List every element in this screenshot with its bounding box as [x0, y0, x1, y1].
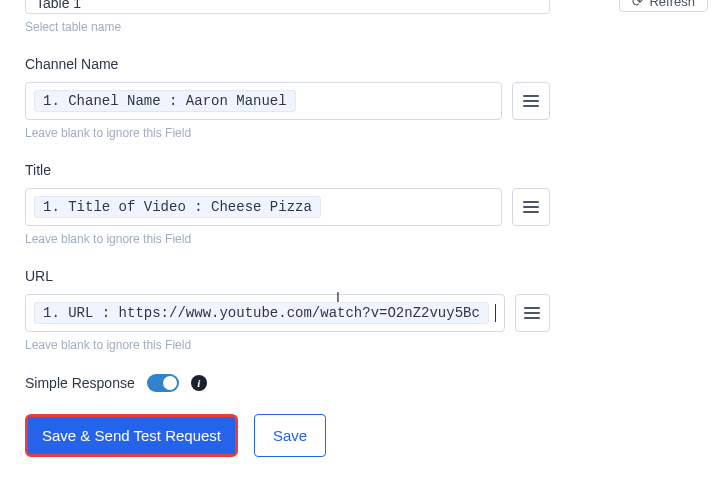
hamburger-icon [523, 95, 539, 107]
refresh-label: Refresh [649, 0, 695, 9]
refresh-icon: ⟳ [632, 0, 643, 9]
save-button[interactable]: Save [254, 414, 326, 457]
toggle-row: Simple Response i [25, 374, 550, 392]
field-menu-button-title[interactable] [512, 188, 550, 226]
field-menu-button-url[interactable] [515, 294, 550, 332]
field-helper-title: Leave blank to ignore this Field [25, 232, 550, 246]
table-select[interactable]: Table 1 [25, 0, 550, 14]
field-helper-channel: Leave blank to ignore this Field [25, 126, 550, 140]
field-input-channel[interactable]: 1. Chanel Name : Aaron Manuel [25, 82, 502, 120]
text-cursor-icon [495, 304, 496, 322]
field-label-title: Title [25, 162, 550, 178]
field-group-title: Title 1. Title of Video : Cheese Pizza L… [25, 162, 550, 246]
toggle-label: Simple Response [25, 375, 135, 391]
tag-title[interactable]: 1. Title of Video : Cheese Pizza [34, 196, 321, 218]
tag-url[interactable]: 1. URL : https://www.youtube.com/watch?v… [34, 302, 489, 324]
refresh-button[interactable]: ⟳ Refresh [619, 0, 708, 12]
info-icon[interactable]: i [191, 375, 207, 391]
simple-response-toggle[interactable] [147, 374, 179, 392]
tag-channel[interactable]: 1. Chanel Name : Aaron Manuel [34, 90, 296, 112]
save-send-test-button[interactable]: Save & Send Test Request [25, 414, 238, 457]
field-label-url: URL [25, 268, 550, 284]
hamburger-icon [523, 201, 539, 213]
field-input-title[interactable]: 1. Title of Video : Cheese Pizza [25, 188, 502, 226]
field-input-url[interactable]: 1. URL : https://www.youtube.com/watch?v… [25, 294, 505, 332]
field-helper-url: Leave blank to ignore this Field [25, 338, 550, 352]
field-group-url: URL 1. URL : https://www.youtube.com/wat… [25, 268, 550, 352]
hamburger-icon [524, 307, 540, 319]
field-label-channel: Channel Name [25, 56, 550, 72]
field-group-channel: Channel Name 1. Chanel Name : Aaron Manu… [25, 56, 550, 140]
table-select-helper: Select table name [25, 20, 550, 34]
button-row: Save & Send Test Request Save [25, 414, 550, 457]
table-select-value: Table 1 [36, 0, 81, 11]
field-menu-button-channel[interactable] [512, 82, 550, 120]
form-container: Table 1 Select table name Channel Name 1… [0, 0, 575, 457]
